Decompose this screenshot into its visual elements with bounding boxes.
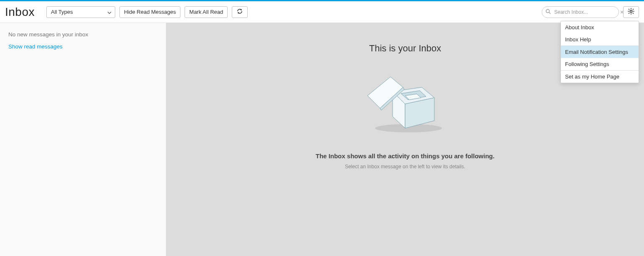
svg-rect-4 (628, 11, 629, 12)
settings-menu: About Inbox Inbox Help Email Notificatio… (560, 21, 639, 83)
inbox-headline: This is your Inbox (369, 43, 441, 54)
refresh-button[interactable] (232, 6, 248, 18)
svg-point-0 (546, 9, 550, 13)
svg-rect-5 (633, 11, 634, 12)
search-icon (545, 9, 551, 15)
type-filter-value: All Types (51, 9, 73, 15)
hide-read-messages-button[interactable]: Hide Read Messages (119, 6, 180, 18)
inbox-hint: Select an Inbox message on the left to v… (345, 164, 465, 170)
toolbar: Inbox All Types Hide Read Messages Mark … (0, 1, 644, 23)
inbox-description: The Inbox shows all the activity on thin… (316, 152, 494, 160)
menu-item-following-settings[interactable]: Following Settings (561, 58, 639, 70)
menu-item-email-notification-settings[interactable]: Email Notification Settings (561, 46, 639, 58)
svg-rect-9 (629, 13, 630, 14)
refresh-icon (236, 8, 243, 15)
svg-rect-6 (629, 9, 630, 10)
search-input[interactable] (553, 9, 618, 15)
menu-item-set-home-page[interactable]: Set as my Home Page (561, 71, 639, 83)
empty-inbox-message: No new messages in your inbox (8, 31, 157, 38)
show-read-messages-link[interactable]: Show read messages (8, 43, 157, 50)
mark-all-read-button[interactable]: Mark All Read (185, 6, 228, 18)
svg-line-1 (549, 12, 551, 14)
svg-rect-7 (633, 13, 634, 14)
svg-rect-2 (631, 8, 631, 9)
gear-icon (628, 8, 634, 16)
type-filter-select[interactable]: All Types (46, 6, 115, 18)
message-list-sidebar: No new messages in your inbox Show read … (0, 23, 166, 256)
empty-box-illustration (359, 66, 451, 137)
svg-rect-3 (631, 13, 631, 14)
chevron-down-icon (107, 9, 112, 15)
search-input-container[interactable]: × (542, 6, 619, 18)
content-body: No new messages in your inbox Show read … (0, 23, 644, 256)
settings-button[interactable] (623, 6, 639, 18)
menu-item-inbox-help[interactable]: Inbox Help (561, 33, 639, 46)
menu-item-about-inbox[interactable]: About Inbox (561, 21, 639, 33)
svg-rect-8 (633, 9, 634, 10)
page-title: Inbox (5, 5, 35, 19)
